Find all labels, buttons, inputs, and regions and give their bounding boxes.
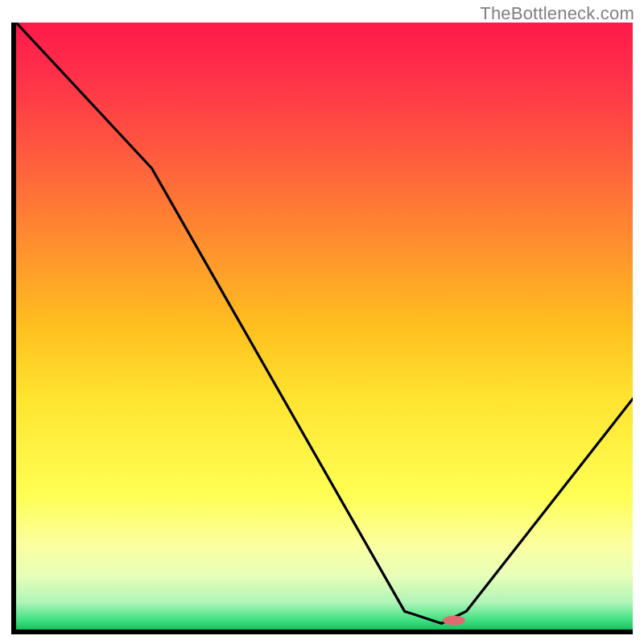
chart-svg <box>16 23 633 630</box>
chart-background <box>16 23 633 630</box>
optimum-marker <box>443 616 465 625</box>
watermark-text: TheBottleneck.com <box>480 3 634 24</box>
chart-frame <box>11 23 633 634</box>
